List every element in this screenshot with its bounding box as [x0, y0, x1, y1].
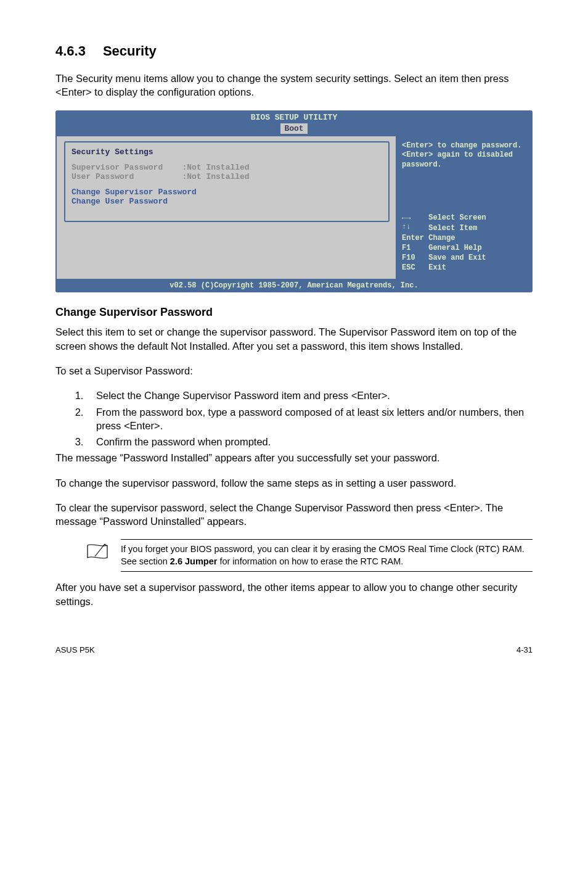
bios-supervisor-value: :Not Installed — [182, 163, 249, 172]
bios-change-lines: Change Supervisor Password Change User P… — [71, 188, 382, 206]
note-text-bold: 2.6 Jumper — [170, 556, 218, 566]
bios-status-lines: Supervisor Password :Not Installed User … — [71, 163, 382, 181]
clear-paragraph: To clear the supervisor password, select… — [55, 501, 533, 529]
steps-list: Select the Change Supervisor Password it… — [55, 389, 533, 448]
note-box: If you forget your BIOS password, you ca… — [86, 539, 533, 572]
footer-right: 4-31 — [517, 645, 533, 654]
bios-tab-boot: Boot — [280, 123, 307, 134]
bios-user-value: :Not Installed — [182, 172, 249, 181]
csp-paragraph-2: To set a Supervisor Password: — [55, 364, 533, 377]
bios-nav-text: Select Screen Select Item Enter Change F… — [402, 213, 486, 272]
bios-footer: v02.58 (C)Copyright 1985-2007, American … — [57, 279, 531, 291]
after-note-paragraph: After you have set a supervisor password… — [55, 580, 533, 608]
bios-title: BIOS SETUP UTILITY — [57, 112, 531, 122]
intro-paragraph: The Security menu items allow you to cha… — [55, 72, 533, 99]
bios-tab-row: Boot — [57, 122, 531, 135]
page-footer: ASUS P5K 4-31 — [55, 645, 533, 654]
change-paragraph: To change the supervisor password, follo… — [55, 476, 533, 490]
note-text-c: for information on how to erase the RTC … — [217, 556, 403, 566]
bios-change-supervisor: Change Supervisor Password — [71, 188, 197, 197]
bios-user-label: User Password — [71, 172, 134, 181]
section-number: 4.6.3 — [55, 43, 86, 59]
step-item: From the password box, type a password c… — [86, 405, 533, 433]
bios-supervisor-label: Supervisor Password — [71, 163, 163, 172]
bios-right-pane: <Enter> to change password. <Enter> agai… — [396, 136, 531, 279]
bios-change-user: Change User Password — [71, 197, 168, 206]
bios-help-line2: <Enter> again to disabled password. — [402, 151, 513, 169]
bios-nav-help: ←→↑↓ Select Screen Select Item Enter Cha… — [402, 213, 525, 273]
bios-screenshot: BIOS SETUP UTILITY Boot Security Setting… — [55, 110, 533, 293]
bios-help-top: <Enter> to change password. <Enter> agai… — [402, 141, 525, 170]
step-item: Select the Change Supervisor Password it… — [86, 389, 533, 402]
after-steps-paragraph: The message “Password Installed” appears… — [55, 451, 533, 464]
change-supervisor-heading: Change Supervisor Password — [55, 306, 533, 319]
bios-left-pane: Security Settings Supervisor Password :N… — [57, 136, 396, 279]
csp-paragraph-1: Select this item to set or change the su… — [55, 325, 533, 353]
bios-help-line1: <Enter> to change password. — [402, 141, 521, 150]
section-heading: 4.6.3Security — [55, 43, 533, 59]
step-item: Confirm the password when prompted. — [86, 435, 533, 448]
note-icon — [86, 543, 108, 564]
footer-left: ASUS P5K — [55, 645, 95, 654]
section-title: Security — [103, 43, 157, 59]
bios-security-settings-heading: Security Settings — [71, 147, 382, 157]
arrow-ud-icon: ↑↓ — [402, 222, 410, 232]
note-text: If you forget your BIOS password, you ca… — [121, 539, 533, 572]
